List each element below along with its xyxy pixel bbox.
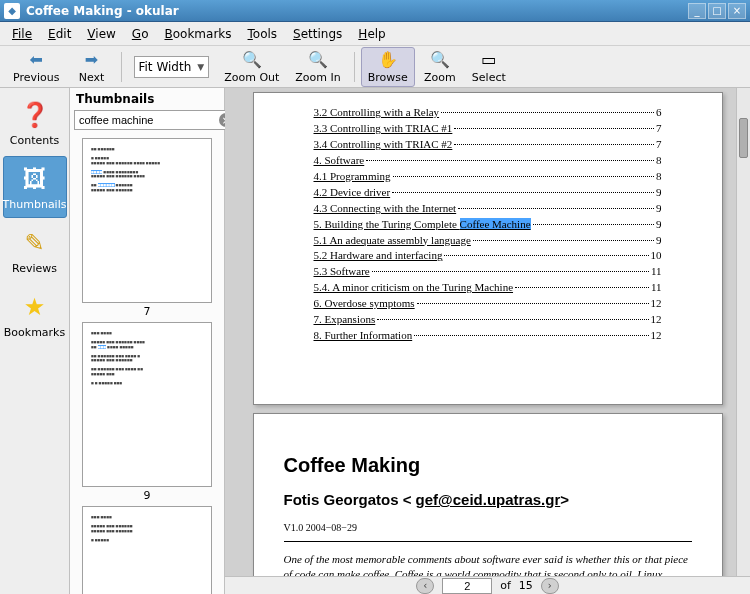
toc-entry-page: 9 bbox=[656, 201, 662, 217]
toc-leader-dots bbox=[473, 240, 654, 241]
toc-entry[interactable]: 4.1 Programming8 bbox=[314, 169, 662, 185]
minimize-button[interactable]: _ bbox=[688, 3, 706, 19]
menu-view[interactable]: View bbox=[79, 24, 123, 44]
thumbnails-search-input[interactable] bbox=[74, 110, 236, 130]
toc-entry-title: 6. Overdose symptoms bbox=[314, 296, 415, 312]
thumbnails-icon: 🖼 bbox=[19, 163, 51, 195]
window-title: Coffee Making - okular bbox=[26, 4, 686, 18]
menu-bookmarks[interactable]: Bookmarks bbox=[156, 24, 239, 44]
next-page-button[interactable]: › bbox=[541, 578, 559, 594]
maximize-button[interactable]: □ bbox=[708, 3, 726, 19]
toc-entry[interactable]: 4.3 Connecting with the Internet9 bbox=[314, 201, 662, 217]
toolbar: ⬅ Previous ➡ Next Fit Width ▼ 🔍 Zoom Out… bbox=[0, 46, 750, 88]
toc-entry-title: 4.2 Device driver bbox=[314, 185, 391, 201]
menu-edit[interactable]: Edit bbox=[40, 24, 79, 44]
document-page: Coffee Making Fotis Georgatos < gef@ceid… bbox=[253, 413, 723, 576]
prev-page-button[interactable]: ‹ bbox=[416, 578, 434, 594]
toc-entry-title: 3.2 Controlling with a Relay bbox=[314, 105, 440, 121]
viewer-scroll[interactable]: 3.2 Controlling with a Relay63.3 Control… bbox=[225, 88, 750, 576]
titlebar: ◆ Coffee Making - okular _ □ × bbox=[0, 0, 750, 22]
tab-contents[interactable]: ❓ Contents bbox=[3, 92, 67, 154]
tab-bookmarks[interactable]: ★ Bookmarks bbox=[3, 284, 67, 346]
select-button[interactable]: ▭ Select bbox=[465, 47, 513, 87]
magnifier-icon: 🔍 bbox=[430, 50, 450, 70]
toc-entry-title: 8. Further Information bbox=[314, 328, 413, 344]
toc-leader-dots bbox=[393, 176, 655, 177]
toolbar-separator bbox=[354, 52, 355, 82]
hand-icon: ✋ bbox=[378, 50, 398, 70]
scrollbar-thumb[interactable] bbox=[739, 118, 748, 158]
toc-entry-title: 4.3 Connecting with the Internet bbox=[314, 201, 457, 217]
toc-entry-title: 7. Expansions bbox=[314, 312, 376, 328]
tab-thumbnails[interactable]: 🖼 Thumbnails bbox=[3, 156, 67, 218]
document-page: 3.2 Controlling with a Relay63.3 Control… bbox=[253, 92, 723, 405]
toc-entry[interactable]: 3.4 Controlling with TRIAC #27 bbox=[314, 137, 662, 153]
toc-entry-title: 4. Software bbox=[314, 153, 365, 169]
author-email-link[interactable]: gef@ceid.upatras.gr bbox=[416, 491, 561, 508]
toc-entry-title: 5.4. A minor criticism on the Turing Mac… bbox=[314, 280, 514, 296]
current-page-input[interactable] bbox=[442, 578, 492, 594]
tab-reviews[interactable]: ✎ Reviews bbox=[3, 220, 67, 282]
toc-leader-dots bbox=[414, 335, 648, 336]
main-area: ❓ Contents 🖼 Thumbnails ✎ Reviews ★ Book… bbox=[0, 88, 750, 594]
help-icon: ❓ bbox=[19, 99, 51, 131]
toc-entry[interactable]: 6. Overdose symptoms12 bbox=[314, 296, 662, 312]
toc-entry-page: 7 bbox=[656, 121, 662, 137]
toc-entry-title: 5.3 Software bbox=[314, 264, 370, 280]
thumbnail-page[interactable]: ■■■ ■■■■ ■■■■■ ■■■ ■■■■■■ ■■■■■ ■■■ ■■■■… bbox=[82, 506, 212, 594]
close-button[interactable]: × bbox=[728, 3, 746, 19]
toc-entry-page: 12 bbox=[651, 312, 662, 328]
toc-entry-title: 5.2 Hardware and interfacing bbox=[314, 248, 443, 264]
toc-leader-dots bbox=[417, 303, 649, 304]
thumbnail-image: ■■■ ■■■■ ■■■■■ ■■■ ■■■■■■ ■■■■■ ■■■ ■■■■… bbox=[82, 506, 212, 594]
toc-entry[interactable]: 8. Further Information12 bbox=[314, 328, 662, 344]
toc-entry[interactable]: 4.2 Device driver9 bbox=[314, 185, 662, 201]
zoom-mode-combo[interactable]: Fit Width ▼ bbox=[134, 56, 210, 78]
toc-entry-page: 11 bbox=[651, 280, 662, 296]
menu-file[interactable]: File bbox=[4, 24, 40, 44]
toc-entry[interactable]: 5.4. A minor criticism on the Turing Mac… bbox=[314, 280, 662, 296]
thumbnails-list[interactable]: ■■ ■■■■■■ ■ ■■■■■ ■■■■■ ■■■ ■■■■■■ ■■■■ … bbox=[70, 134, 224, 594]
toc-leader-dots bbox=[441, 112, 654, 113]
toc-entry-page: 10 bbox=[651, 248, 662, 264]
thumbnails-search-row: × ⚲ bbox=[70, 110, 224, 134]
zoom-tool-button[interactable]: 🔍 Zoom bbox=[417, 47, 463, 87]
toc-entry-page: 6 bbox=[656, 105, 662, 121]
zoom-in-button[interactable]: 🔍 Zoom In bbox=[288, 47, 347, 87]
thumbnail-page[interactable]: ■■■ ■■■■ ■■■■■ ■■■ ■■■■■■ ■■■■ ■■ ■■■ ■■… bbox=[82, 322, 212, 502]
star-icon: ★ bbox=[19, 291, 51, 323]
zoom-out-icon: 🔍 bbox=[242, 50, 262, 70]
browse-button[interactable]: ✋ Browse bbox=[361, 47, 415, 87]
zoom-in-icon: 🔍 bbox=[308, 50, 328, 70]
toc-leader-dots bbox=[392, 192, 654, 193]
toc-leader-dots bbox=[458, 208, 654, 209]
menu-help[interactable]: Help bbox=[350, 24, 393, 44]
toc-entry-title: 5. Building the Turing Complete Coffee M… bbox=[314, 217, 531, 233]
toc-entry-title: 3.4 Controlling with TRIAC #2 bbox=[314, 137, 453, 153]
previous-button[interactable]: ⬅ Previous bbox=[6, 47, 67, 87]
menu-go[interactable]: Go bbox=[124, 24, 157, 44]
toc-entry[interactable]: 7. Expansions12 bbox=[314, 312, 662, 328]
toc-entry[interactable]: 5. Building the Turing Complete Coffee M… bbox=[314, 217, 662, 233]
toc-entry-page: 12 bbox=[651, 296, 662, 312]
zoom-out-button[interactable]: 🔍 Zoom Out bbox=[217, 47, 286, 87]
toc-entry[interactable]: 3.2 Controlling with a Relay6 bbox=[314, 105, 662, 121]
page-navigation: ‹ of 15 › bbox=[225, 576, 750, 594]
thumbnail-page[interactable]: ■■ ■■■■■■ ■ ■■■■■ ■■■■■ ■■■ ■■■■■■ ■■■■ … bbox=[82, 138, 212, 318]
chevron-left-icon: ‹ bbox=[423, 580, 427, 591]
next-button[interactable]: ➡ Next bbox=[69, 47, 115, 87]
toc-entry-title: 4.1 Programming bbox=[314, 169, 391, 185]
thumbnail-image: ■■ ■■■■■■ ■ ■■■■■ ■■■■■ ■■■ ■■■■■■ ■■■■ … bbox=[82, 138, 212, 303]
thumbnail-page-number: 9 bbox=[82, 489, 212, 502]
toc-entry[interactable]: 4. Software8 bbox=[314, 153, 662, 169]
toc-entry[interactable]: 5.3 Software11 bbox=[314, 264, 662, 280]
toc-entry[interactable]: 5.2 Hardware and interfacing10 bbox=[314, 248, 662, 264]
vertical-scrollbar[interactable] bbox=[736, 88, 750, 576]
menubar: File Edit View Go Bookmarks Tools Settin… bbox=[0, 22, 750, 46]
menu-tools[interactable]: Tools bbox=[240, 24, 286, 44]
toc-entry[interactable]: 5.1 An adequate assembly language9 bbox=[314, 233, 662, 249]
sidebar-tabs: ❓ Contents 🖼 Thumbnails ✎ Reviews ★ Book… bbox=[0, 88, 70, 594]
document-viewer: 3.2 Controlling with a Relay63.3 Control… bbox=[225, 88, 750, 594]
toc-entry[interactable]: 3.3 Controlling with TRIAC #17 bbox=[314, 121, 662, 137]
menu-settings[interactable]: Settings bbox=[285, 24, 350, 44]
